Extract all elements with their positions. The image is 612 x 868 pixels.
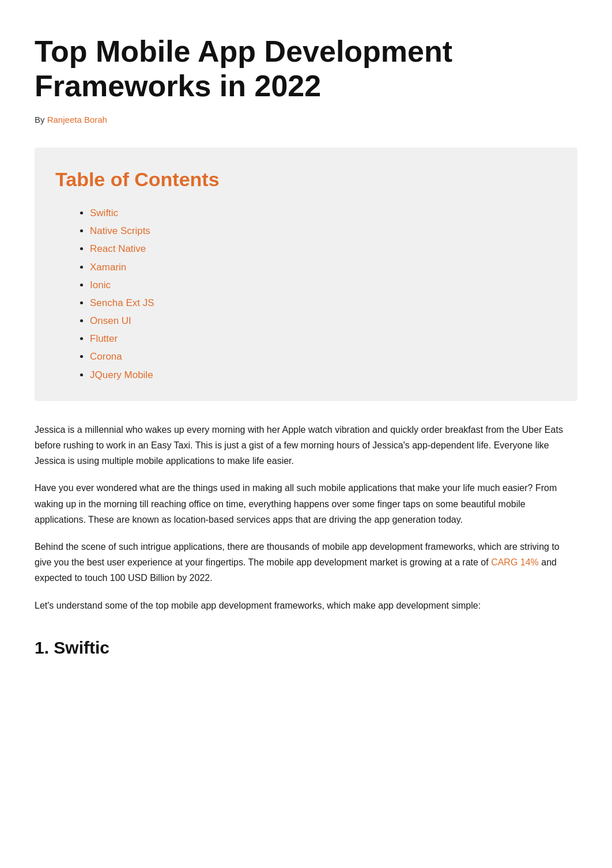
toc-item: JQuery Mobile xyxy=(90,367,557,383)
author-link[interactable]: Ranjeeta Borah xyxy=(47,115,107,124)
toc-link-native-scripts[interactable]: Native Scripts xyxy=(90,225,150,236)
toc-item: Native Scripts xyxy=(90,223,557,239)
toc-list: SwifticNative ScriptsReact NativeXamarin… xyxy=(55,205,557,383)
toc-item: Corona xyxy=(90,349,557,364)
article-body: Jessica is a millennial who wakes up eve… xyxy=(35,422,577,613)
toc-link-ionic[interactable]: Ionic xyxy=(90,280,111,290)
toc-item: Xamarin xyxy=(90,259,557,275)
toc-link-corona[interactable]: Corona xyxy=(90,351,122,362)
byline-prefix: By xyxy=(35,115,47,124)
carg-link[interactable]: CARG 14% xyxy=(491,557,539,567)
toc-item: Ionic xyxy=(90,277,557,293)
table-of-contents: Table of Contents SwifticNative ScriptsR… xyxy=(35,148,577,401)
toc-link-onsen-ui[interactable]: Onsen UI xyxy=(90,315,131,326)
toc-heading: Table of Contents xyxy=(55,164,557,195)
paragraph-4: Let's understand some of the top mobile … xyxy=(35,598,577,613)
paragraph-3-before-link: Behind the scene of such intrigue applic… xyxy=(35,542,560,567)
toc-link-react-native[interactable]: React Native xyxy=(90,243,146,254)
toc-item: Flutter xyxy=(90,331,557,346)
toc-item: Onsen UI xyxy=(90,313,557,329)
byline: By Ranjeeta Borah xyxy=(35,113,577,127)
toc-link-swiftic[interactable]: Swiftic xyxy=(90,207,118,218)
toc-item: Swiftic xyxy=(90,205,557,221)
section-1-heading: 1. Swiftic xyxy=(35,634,577,662)
toc-link-flutter[interactable]: Flutter xyxy=(90,333,118,344)
article-title: Top Mobile App Development Frameworks in… xyxy=(35,35,577,104)
toc-link-xamarin[interactable]: Xamarin xyxy=(90,262,126,273)
paragraph-2: Have you ever wondered what are the thin… xyxy=(35,480,577,527)
toc-item: React Native xyxy=(90,241,557,256)
toc-link-jquery-mobile[interactable]: JQuery Mobile xyxy=(90,369,153,380)
paragraph-3: Behind the scene of such intrigue applic… xyxy=(35,539,577,586)
toc-link-sencha-ext-js[interactable]: Sencha Ext JS xyxy=(90,297,154,308)
paragraph-1: Jessica is a millennial who wakes up eve… xyxy=(35,422,577,469)
toc-item: Sencha Ext JS xyxy=(90,295,557,311)
